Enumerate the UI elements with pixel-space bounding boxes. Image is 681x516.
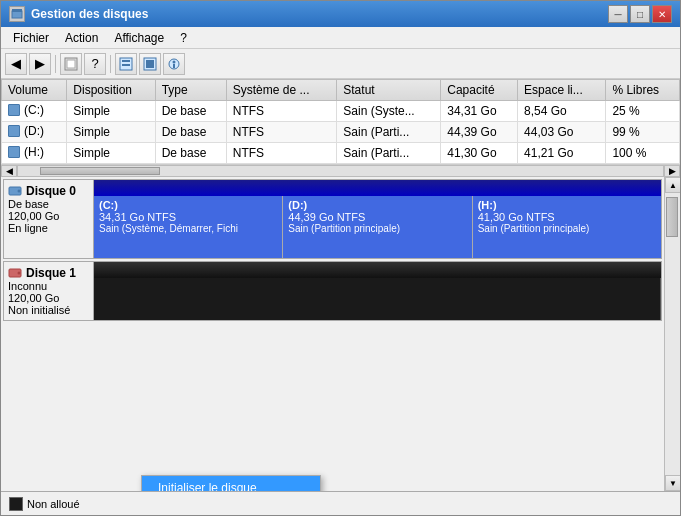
svg-point-15 xyxy=(18,272,21,275)
disk-1-header-bar xyxy=(94,262,661,278)
svg-rect-6 xyxy=(122,64,130,66)
volumes-list: Volume Disposition Type Système de ... S… xyxy=(1,79,680,164)
disk-0-partitions: (C:) 34,31 Go NTFS Sain (Système, Démarr… xyxy=(94,180,661,258)
col-volume[interactable]: Volume xyxy=(2,80,67,101)
table-row[interactable]: (H:)SimpleDe baseNTFSSain (Parti...41,30… xyxy=(2,143,680,164)
table-cell-0-7: 25 % xyxy=(606,101,680,122)
svg-rect-0 xyxy=(12,11,22,18)
vertical-scrollbar: ▲ ▼ xyxy=(664,177,680,491)
toolbar-btn-4[interactable]: ? xyxy=(84,53,106,75)
close-button[interactable]: ✕ xyxy=(652,5,672,23)
svg-rect-1 xyxy=(12,9,22,12)
scroll-thumb-v[interactable] xyxy=(666,197,678,237)
col-disposition[interactable]: Disposition xyxy=(67,80,155,101)
scroll-up-btn[interactable]: ▲ xyxy=(665,177,680,193)
disk-0-status: En ligne xyxy=(8,222,89,234)
table-cell-0-3: NTFS xyxy=(226,101,337,122)
partition-c-detail: 34,31 Go NTFS xyxy=(99,211,277,223)
table-cell-2-3: NTFS xyxy=(226,143,337,164)
partition-d-name: (D:) xyxy=(288,199,466,211)
toolbar-btn-6[interactable] xyxy=(139,53,161,75)
menu-action[interactable]: Action xyxy=(57,29,106,46)
col-type[interactable]: Type xyxy=(155,80,226,101)
legend-color-unallocated xyxy=(9,497,23,511)
svg-rect-5 xyxy=(122,60,130,62)
table-cell-1-5: 44,39 Go xyxy=(441,122,518,143)
ctx-initialiser[interactable]: Initialiser le disque xyxy=(142,476,320,491)
toolbar-btn-3[interactable] xyxy=(60,53,82,75)
forward-button[interactable]: ▶ xyxy=(29,53,51,75)
partition-h[interactable]: (H:) 41,30 Go NTFS Sain (Partition princ… xyxy=(473,196,661,258)
table-cell-0-2: De base xyxy=(155,101,226,122)
title-controls: ─ □ ✕ xyxy=(608,5,672,23)
scroll-track-v[interactable] xyxy=(665,193,680,475)
disk-1-status: Non initialisé xyxy=(8,304,89,316)
scroll-track[interactable] xyxy=(17,165,664,177)
menu-fichier[interactable]: Fichier xyxy=(5,29,57,46)
toolbar-sep-2 xyxy=(110,55,111,73)
menu-bar: Fichier Action Affichage ? xyxy=(1,27,680,49)
col-statut[interactable]: Statut xyxy=(337,80,441,101)
main-window: Gestion des disques ─ □ ✕ Fichier Action… xyxy=(0,0,681,516)
table-cell-2-1: Simple xyxy=(67,143,155,164)
col-systeme[interactable]: Système de ... xyxy=(226,80,337,101)
table-cell-0-6: 8,54 Go xyxy=(518,101,606,122)
title-bar: Gestion des disques ─ □ ✕ xyxy=(1,1,680,27)
table-cell-1-1: Simple xyxy=(67,122,155,143)
toolbar-btn-7[interactable] xyxy=(163,53,185,75)
partition-h-status: Sain (Partition principale) xyxy=(478,223,656,234)
scroll-right-btn[interactable]: ▶ xyxy=(664,165,680,177)
disk-0-name: Disque 0 xyxy=(26,184,76,198)
svg-rect-3 xyxy=(67,60,75,68)
svg-rect-11 xyxy=(173,64,175,68)
table-cell-0-4: Sain (Syste... xyxy=(337,101,441,122)
table-row[interactable]: (C:)SimpleDe baseNTFSSain (Syste...34,31… xyxy=(2,101,680,122)
disk-0-label: Disque 0 De base 120,00 Go En ligne xyxy=(4,180,94,258)
partition-c-status: Sain (Système, Démarrer, Fichi xyxy=(99,223,277,234)
scroll-down-btn[interactable]: ▼ xyxy=(665,475,680,491)
scroll-thumb[interactable] xyxy=(40,167,160,175)
partition-d[interactable]: (D:) 44,39 Go NTFS Sain (Partition princ… xyxy=(283,196,472,258)
table-header-row: Volume Disposition Type Système de ... S… xyxy=(2,80,680,101)
disk-0-type: De base xyxy=(8,198,89,210)
partition-d-status: Sain (Partition principale) xyxy=(288,223,466,234)
volume-table: Volume Disposition Type Système de ... S… xyxy=(1,79,680,165)
table-cell-1-2: De base xyxy=(155,122,226,143)
col-capacite[interactable]: Capacité xyxy=(441,80,518,101)
window-icon xyxy=(9,6,25,22)
partition-c-name: (C:) xyxy=(99,199,277,211)
toolbar: ◀ ▶ ? xyxy=(1,49,680,79)
table-row[interactable]: (D:)SimpleDe baseNTFSSain (Parti...44,39… xyxy=(2,122,680,143)
partition-d-detail: 44,39 Go NTFS xyxy=(288,211,466,223)
disk-row-1: Disque 1 Inconnu 120,00 Go Non initialis… xyxy=(3,261,662,321)
table-cell-1-6: 44,03 Go xyxy=(518,122,606,143)
toolbar-btn-5[interactable] xyxy=(115,53,137,75)
table-cell-1-0: (D:) xyxy=(2,122,67,143)
main-content: Volume Disposition Type Système de ... S… xyxy=(1,79,680,515)
table-cell-1-3: NTFS xyxy=(226,122,337,143)
disk-area: Disque 0 De base 120,00 Go En ligne (C:)… xyxy=(1,177,664,491)
maximize-button[interactable]: □ xyxy=(630,5,650,23)
horizontal-scrollbar[interactable]: ◀ ▶ xyxy=(1,165,680,177)
disk-1-icon xyxy=(8,266,22,280)
toolbar-sep-1 xyxy=(55,55,56,73)
table-cell-1-4: Sain (Parti... xyxy=(337,122,441,143)
partition-unallocated[interactable] xyxy=(94,278,661,320)
scroll-left-btn[interactable]: ◀ xyxy=(1,165,17,177)
partition-c[interactable]: (C:) 34,31 Go NTFS Sain (Système, Démarr… xyxy=(94,196,283,258)
table-cell-2-2: De base xyxy=(155,143,226,164)
col-espace[interactable]: Espace li... xyxy=(518,80,606,101)
table-cell-2-0: (H:) xyxy=(2,143,67,164)
table-cell-2-6: 41,21 Go xyxy=(518,143,606,164)
legend-label-unallocated: Non alloué xyxy=(27,498,80,510)
minimize-button[interactable]: ─ xyxy=(608,5,628,23)
table-cell-2-5: 41,30 Go xyxy=(441,143,518,164)
window-title: Gestion des disques xyxy=(31,7,148,21)
context-menu: Initialiser le disque Hors connexion Pro… xyxy=(141,475,321,491)
menu-help[interactable]: ? xyxy=(172,29,195,46)
col-libres[interactable]: % Libres xyxy=(606,80,680,101)
back-button[interactable]: ◀ xyxy=(5,53,27,75)
table-cell-2-4: Sain (Parti... xyxy=(337,143,441,164)
disk-area-container: Disque 0 De base 120,00 Go En ligne (C:)… xyxy=(1,177,680,491)
menu-affichage[interactable]: Affichage xyxy=(106,29,172,46)
